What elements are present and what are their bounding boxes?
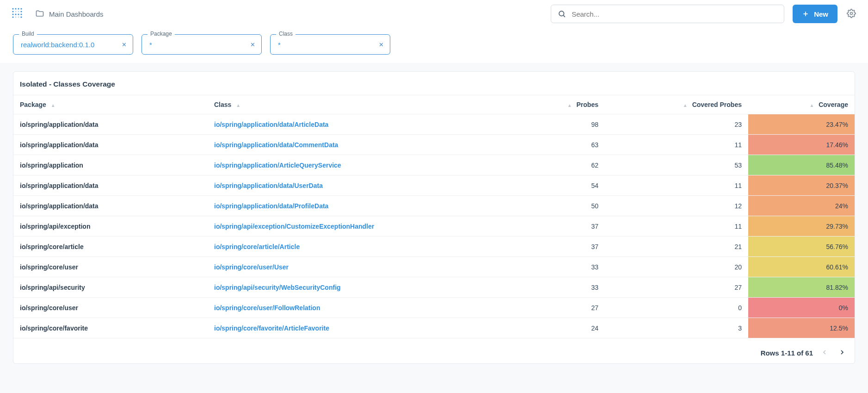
svg-point-20 (850, 12, 853, 14)
col-covered-probes[interactable]: ▲ Covered Probes (605, 95, 748, 114)
table-row: io/spring/applicationio/spring/applicati… (13, 155, 855, 175)
table-row: io/spring/application/dataio/spring/appl… (13, 196, 855, 216)
app-logo[interactable] (11, 7, 25, 21)
cell-class: io/spring/application/data/ArticleData (208, 114, 512, 135)
cell-package: io/spring/api/exception (13, 216, 208, 237)
cell-package: io/spring/api/security (13, 277, 208, 298)
table-row: io/spring/core/userio/spring/core/user/F… (13, 298, 855, 318)
cell-covered-probes: 11 (605, 175, 748, 196)
next-page-button[interactable] (836, 347, 848, 359)
prev-page-button[interactable] (819, 347, 831, 359)
cell-covered-probes: 27 (605, 277, 748, 298)
filter-value: * (149, 41, 152, 49)
class-link[interactable]: io/spring/application/data/ProfileData (214, 202, 328, 210)
cell-package: io/spring/application/data (13, 196, 208, 216)
folder-icon (35, 9, 44, 19)
table-row: io/spring/application/dataio/spring/appl… (13, 175, 855, 196)
cell-class: io/spring/api/exception/CustomizeExcepti… (208, 216, 512, 237)
cell-probes: 37 (512, 216, 605, 237)
coverage-table: Package ▲ Class ▲ ▲ Probes ▲ Covered Pro… (13, 95, 855, 338)
cell-package: io/spring/core/user (13, 298, 208, 318)
cell-coverage: 20.37% (748, 175, 855, 196)
chevron-right-icon (838, 349, 846, 357)
cell-probes: 27 (512, 298, 605, 318)
gear-icon (847, 9, 856, 19)
class-link[interactable]: io/spring/application/ArticleQueryServic… (214, 162, 341, 169)
cell-class: io/spring/core/user/FollowRelation (208, 298, 512, 318)
cell-covered-probes: 12 (605, 196, 748, 216)
class-link[interactable]: io/spring/application/data/CommentData (214, 141, 338, 149)
plus-icon (802, 10, 809, 18)
cell-package: io/spring/core/article (13, 237, 208, 257)
table-row: io/spring/core/userio/spring/core/user/U… (13, 257, 855, 277)
class-link[interactable]: io/spring/application/data/ArticleData (214, 121, 328, 128)
settings-button[interactable] (846, 8, 857, 19)
cell-coverage: 17.46% (748, 135, 855, 155)
filter-value: realworld:backend:0.1.0 (21, 41, 94, 49)
cell-probes: 62 (512, 155, 605, 175)
sort-icon: ▲ (567, 103, 572, 108)
filter-row: Build realworld:backend:0.1.0 ✕ Package … (0, 28, 868, 63)
cell-class: io/spring/application/data/UserData (208, 175, 512, 196)
filter-clear-button[interactable]: ✕ (377, 40, 385, 49)
svg-point-14 (15, 17, 17, 18)
svg-point-2 (18, 8, 19, 9)
cell-coverage: 85.48% (748, 155, 855, 175)
svg-point-11 (20, 16, 22, 18)
cell-class: io/spring/core/favorite/ArticleFavorite (208, 318, 512, 338)
cell-package: io/spring/application/data (13, 175, 208, 196)
svg-point-15 (18, 17, 19, 18)
table-row: io/spring/application/dataio/spring/appl… (13, 114, 855, 135)
cell-coverage: 29.73% (748, 216, 855, 237)
col-coverage[interactable]: ▲ Coverage (748, 95, 855, 114)
new-button[interactable]: New (793, 5, 837, 23)
cell-coverage: 81.82% (748, 277, 855, 298)
svg-point-16 (559, 11, 564, 16)
cell-probes: 54 (512, 175, 605, 196)
filter-package[interactable]: Package * ✕ (142, 34, 262, 55)
cell-coverage: 0% (748, 298, 855, 318)
filter-build[interactable]: Build realworld:backend:0.1.0 ✕ (13, 34, 133, 55)
svg-line-17 (564, 15, 565, 17)
class-link[interactable]: io/spring/core/user/FollowRelation (214, 304, 320, 312)
cell-class: io/spring/application/ArticleQueryServic… (208, 155, 512, 175)
panel-title: Isolated - Classes Coverage (13, 80, 855, 95)
cell-probes: 24 (512, 318, 605, 338)
class-link[interactable]: io/spring/api/exception/CustomizeExcepti… (214, 223, 374, 230)
svg-point-5 (20, 11, 22, 12)
class-link[interactable]: io/spring/core/article/Article (214, 243, 300, 250)
sort-icon: ▲ (809, 103, 814, 108)
filter-clear-button[interactable]: ✕ (120, 40, 128, 49)
col-class[interactable]: Class ▲ (208, 95, 512, 114)
sort-icon: ▲ (236, 103, 240, 108)
filter-clear-button[interactable]: ✕ (248, 40, 257, 49)
close-icon: ✕ (379, 41, 384, 48)
search-input[interactable] (572, 10, 777, 18)
cell-coverage: 24% (748, 196, 855, 216)
cell-package: io/spring/core/favorite (13, 318, 208, 338)
svg-point-0 (12, 8, 13, 9)
cell-package: io/spring/application (13, 155, 208, 175)
cell-coverage: 23.47% (748, 114, 855, 135)
cell-probes: 98 (512, 114, 605, 135)
cell-probes: 33 (512, 257, 605, 277)
cell-covered-probes: 53 (605, 155, 748, 175)
search-input-wrap[interactable] (551, 5, 784, 23)
col-package[interactable]: Package ▲ (13, 95, 208, 114)
close-icon: ✕ (250, 41, 255, 48)
cell-package: io/spring/application/data (13, 114, 208, 135)
cell-probes: 63 (512, 135, 605, 155)
topbar: Main Dashboards New (0, 0, 868, 28)
breadcrumb-title[interactable]: Main Dashboards (49, 10, 104, 18)
class-link[interactable]: io/spring/application/data/UserData (214, 182, 323, 189)
class-link[interactable]: io/spring/core/favorite/ArticleFavorite (214, 324, 329, 332)
class-link[interactable]: io/spring/core/user/User (214, 263, 289, 271)
table-row: io/spring/api/securityio/spring/api/secu… (13, 277, 855, 298)
chevron-left-icon (821, 349, 828, 357)
cell-class: io/spring/core/article/Article (208, 237, 512, 257)
col-probes[interactable]: ▲ Probes (512, 95, 605, 114)
filter-value: * (278, 41, 281, 49)
filter-class[interactable]: Class * ✕ (270, 34, 390, 55)
class-link[interactable]: io/spring/api/security/WebSecurityConfig (214, 284, 341, 291)
svg-point-1 (15, 8, 16, 9)
